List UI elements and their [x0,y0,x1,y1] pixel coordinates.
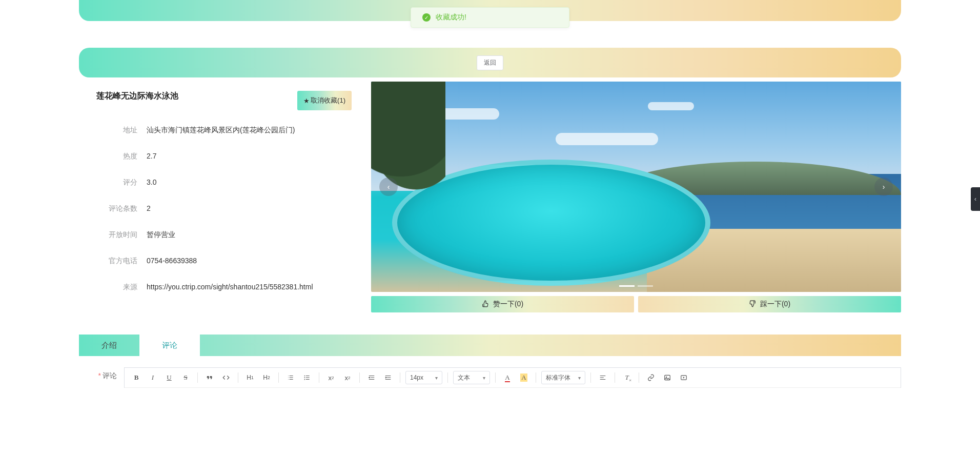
check-circle-icon: ✓ [422,13,431,22]
toolbar-separator [639,372,639,383]
unordered-list-button[interactable] [300,371,314,384]
phone-label: 官方电话 [96,257,137,266]
font-family-select[interactable]: 标准字体 ▾ [541,371,585,384]
toolbar-separator [447,372,448,383]
upvote-button[interactable]: 赞一下(0) [371,296,634,312]
reviews-label: 评论条数 [96,204,137,213]
heading2-button[interactable]: H2 [260,371,273,384]
tab-intro[interactable]: 介绍 [79,335,139,356]
toolbar-separator [359,372,360,383]
toolbar-separator [536,372,536,383]
info-row-rating: 评分 3.0 [96,178,352,187]
poi-title: 莲花峰无边际海水泳池 [96,91,178,102]
font-size-value: 14px [410,374,423,381]
font-color-button[interactable]: A [501,371,514,384]
info-row-phone: 官方电话 0754-86639388 [96,257,352,266]
carousel-indicators [619,285,653,287]
side-drawer-handle[interactable]: ‹ [971,187,980,211]
toolbar-separator [319,372,319,383]
thumbs-up-icon [482,300,489,309]
tab-comments[interactable]: 评论 [139,335,200,356]
info-row-hours: 开放时间 暂停营业 [96,230,352,240]
ordered-list-button[interactable] [284,371,297,384]
blockquote-button[interactable] [203,371,216,384]
heat-label: 热度 [96,152,137,161]
comment-label-text: 评论 [103,371,117,380]
toolbar-separator [590,372,591,383]
subscript-button[interactable]: x2 [324,371,338,384]
toolbar-separator [615,372,615,383]
clear-format-button[interactable]: T× [620,371,634,384]
downvote-button[interactable]: 踩一下(0) [638,296,901,312]
hours-label: 开放时间 [96,230,137,240]
svg-point-0 [304,376,305,377]
toast-text: 收藏成功! [436,13,466,22]
strike-button[interactable]: S [179,371,192,384]
element-type-value: 文本 [458,374,470,382]
header-bar: 返回 [79,48,901,77]
svg-point-4 [666,377,667,378]
toolbar-separator [400,372,400,383]
star-icon: ★ [303,97,310,105]
hours-value: 暂停营业 [147,230,175,240]
font-size-select[interactable]: 14px ▾ [405,371,442,384]
carousel-image [371,82,901,292]
underline-button[interactable]: U [162,371,176,384]
info-row-heat: 热度 2.7 [96,152,352,161]
info-panel: 莲花峰无边际海水泳池 ★ 取消收藏(1) 地址 汕头市海门镇莲花峰风景区内(莲花… [79,82,360,314]
carousel-next-button[interactable]: › [874,178,893,196]
svg-point-1 [304,377,305,378]
comment-field-label: *评论 [79,367,124,381]
codeblock-button[interactable] [219,371,233,384]
rating-label: 评分 [96,178,137,187]
rich-text-editor[interactable]: B I U S H1 H2 [124,367,901,388]
heading1-button[interactable]: H1 [243,371,257,384]
image-carousel[interactable]: ‹ › [371,82,901,292]
source-label: 来源 [96,283,137,292]
video-button[interactable] [677,371,690,384]
chevron-left-icon: ‹ [974,195,976,203]
carousel-indicator[interactable] [619,285,635,287]
chevron-right-icon: › [883,183,885,191]
element-type-select[interactable]: 文本 ▾ [453,371,490,384]
superscript-button[interactable]: x2 [341,371,354,384]
back-button[interactable]: 返回 [477,55,503,70]
info-row-reviews: 评论条数 2 [96,204,352,213]
bold-button[interactable]: B [130,371,143,384]
toast-success: ✓ 收藏成功! [411,7,569,28]
indent-button[interactable] [381,371,395,384]
required-star-icon: * [98,371,101,380]
unfavorite-button[interactable]: ★ 取消收藏(1) [297,91,352,110]
carousel-indicator[interactable] [638,285,653,287]
outdent-button[interactable] [365,371,378,384]
toolbar-separator [238,372,238,383]
upvote-label: 赞一下(0) [493,300,523,309]
heat-value: 2.7 [147,152,156,161]
italic-button[interactable]: I [146,371,159,384]
caret-updown-icon: ▾ [483,375,485,381]
align-button[interactable] [596,371,609,384]
link-button[interactable] [644,371,658,384]
toolbar-separator [197,372,198,383]
caret-updown-icon: ▾ [435,375,438,381]
unfavorite-label: 取消收藏(1) [311,96,345,105]
info-row-source: 来源 https://you.ctrip.com/sight/shantou21… [96,283,352,292]
rating-value: 3.0 [147,178,156,187]
highlight-color-button[interactable]: A [517,371,530,384]
carousel-prev-button[interactable]: ‹ [379,178,398,196]
tabs: 介绍 评论 [79,335,901,356]
info-row-address: 地址 汕头市海门镇莲花峰风景区内(莲花峰公园后门) [96,126,352,135]
toolbar-separator [278,372,279,383]
image-button[interactable] [661,371,674,384]
address-value: 汕头市海门镇莲花峰风景区内(莲花峰公园后门) [147,126,295,135]
chevron-left-icon: ‹ [387,183,390,191]
toolbar-separator [495,372,496,383]
source-value: https://you.ctrip.com/sight/shantou215/5… [147,283,313,292]
address-label: 地址 [96,126,137,135]
downvote-label: 踩一下(0) [760,300,790,309]
editor-toolbar: B I U S H1 H2 [125,368,901,388]
thumbs-down-icon [749,300,756,309]
caret-updown-icon: ▾ [578,375,581,381]
font-family-value: 标准字体 [546,374,570,382]
reviews-value: 2 [147,204,151,213]
